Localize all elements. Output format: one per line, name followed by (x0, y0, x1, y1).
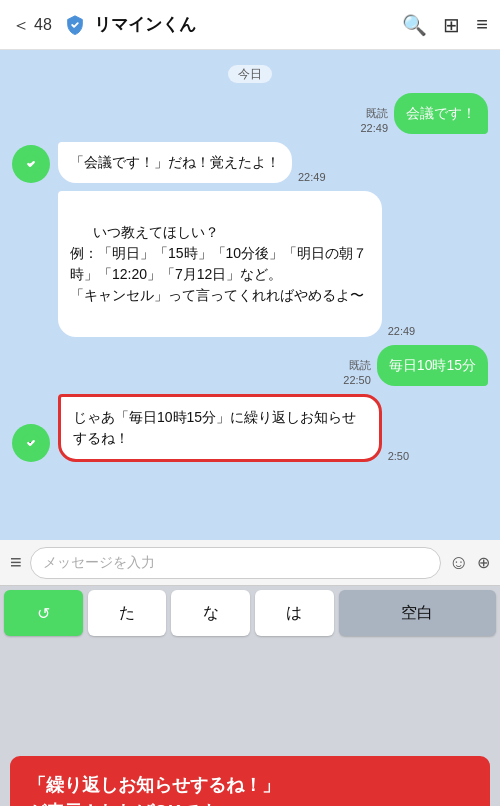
mic-icon[interactable]: ⊕ (477, 553, 490, 572)
chat-bubble-highlighted: じゃあ「毎日10時15分」に繰り返しお知らせするね！ (58, 394, 382, 462)
menu-input-icon[interactable]: ≡ (10, 551, 22, 574)
chat-area: 今日 既読 22:49 会議です！ 「会議です！」だね！覚えたよ！ 22:49 … (0, 50, 500, 540)
chat-title: リマインくん (94, 13, 196, 36)
shield-icon (64, 14, 86, 36)
chat-bubble: 会議です！ (394, 93, 488, 134)
msg-meta: 22:49 (298, 171, 326, 183)
message-row: じゃあ「毎日10時15分」に繰り返しお知らせするね！ 2:50 (12, 394, 488, 462)
bot-avatar (12, 145, 50, 183)
search-icon[interactable]: 🔍 (402, 13, 427, 37)
read-status: 既読 (349, 358, 371, 373)
message-row: 既読 22:49 会議です！ (12, 93, 488, 134)
grid-icon[interactable]: ⊞ (443, 13, 460, 37)
keyboard-row-1: ↺ た な は 空白 (4, 590, 496, 636)
message-row: いつ教えてほしい？ 例：「明日」「15時」「10分後」「明日の朝７時」「12:2… (12, 191, 488, 337)
msg-meta: 22:49 (388, 325, 416, 337)
message-row: 「会議です！」だね！覚えたよ！ 22:49 (12, 142, 488, 183)
message-row: 既読 22:50 毎日10時15分 (12, 345, 488, 386)
msg-time: 22:50 (343, 374, 371, 386)
keyboard-area: 「繰り返しお知らせするね！」 が表示されればOKです ↺ た な は 空白 (0, 586, 500, 806)
key-na[interactable]: な (171, 590, 250, 636)
chat-bubble: 「会議です！」だね！覚えたよ！ (58, 142, 292, 183)
back-button[interactable]: ＜ (12, 13, 30, 37)
back-count[interactable]: 48 (34, 16, 52, 34)
msg-meta: 2:50 (388, 450, 409, 462)
msg-time: 22:49 (388, 325, 416, 337)
msg-meta: 既読 22:49 (360, 106, 388, 134)
msg-time: 22:49 (298, 171, 326, 183)
menu-icon[interactable]: ≡ (476, 13, 488, 36)
message-input[interactable]: メッセージを入力 (30, 547, 441, 579)
msg-time: 2:50 (388, 450, 409, 462)
annotation-overlay: 「繰り返しお知らせするね！」 が表示されればOKです (10, 756, 490, 806)
undo-key[interactable]: ↺ (4, 590, 83, 636)
header-right: 🔍 ⊞ ≡ (402, 13, 488, 37)
header-left: ＜ 48 リマインくん (12, 13, 402, 37)
annotation-text: 「繰り返しお知らせするね！」 が表示されればOKです (28, 772, 472, 806)
bot-avatar (12, 424, 50, 462)
chat-header: ＜ 48 リマインくん 🔍 ⊞ ≡ (0, 0, 500, 50)
chat-bubble: いつ教えてほしい？ 例：「明日」「15時」「10分後」「明日の朝７時」「12:2… (58, 191, 382, 337)
msg-meta: 既読 22:50 (343, 358, 371, 386)
read-status: 既読 (366, 106, 388, 121)
key-space[interactable]: 空白 (339, 590, 496, 636)
msg-time: 22:49 (360, 122, 388, 134)
chat-bubble: 毎日10時15分 (377, 345, 488, 386)
emoji-icon[interactable]: ☺ (449, 551, 469, 574)
date-divider: 今日 (12, 64, 488, 83)
key-ta[interactable]: た (88, 590, 167, 636)
key-ha[interactable]: は (255, 590, 334, 636)
input-bar: ≡ メッセージを入力 ☺ ⊕ (0, 540, 500, 586)
